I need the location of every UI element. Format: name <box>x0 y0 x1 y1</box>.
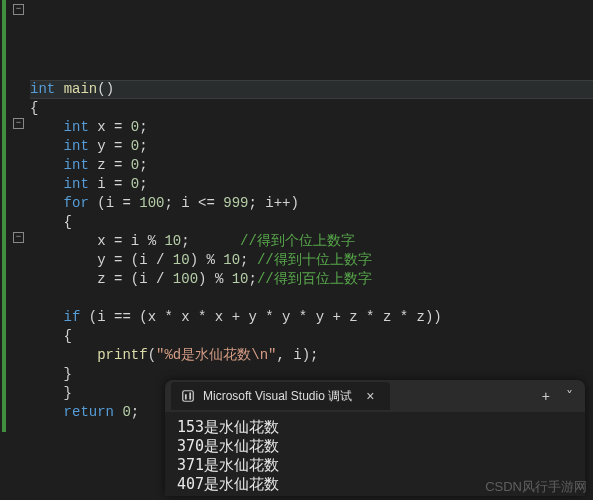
keyword-for: for <box>64 195 89 211</box>
fold-toggle[interactable]: − <box>13 118 24 129</box>
output-line: 371是水仙花数 <box>177 456 279 474</box>
keyword-return: return <box>64 404 114 420</box>
titlebar[interactable]: Microsoft Visual Studio 调试 × + ˅ <box>165 380 585 412</box>
svg-rect-2 <box>189 393 191 400</box>
svg-rect-1 <box>185 394 187 399</box>
tab-title: Microsoft Visual Studio 调试 <box>203 388 352 405</box>
fold-toggle[interactable]: − <box>13 232 24 243</box>
keyword-int: int <box>30 81 55 97</box>
watermark: CSDN风行手游网 <box>485 478 587 496</box>
function-printf: printf <box>97 347 147 363</box>
gutter: − − − <box>0 0 30 500</box>
close-icon[interactable]: × <box>360 386 380 406</box>
console-tab[interactable]: Microsoft Visual Studio 调试 × <box>171 382 390 410</box>
output-line: 153是水仙花数 <box>177 418 279 436</box>
svg-rect-0 <box>183 391 194 402</box>
comment: //得到百位上数字 <box>257 271 372 287</box>
fold-toggle[interactable]: − <box>13 4 24 15</box>
comment: //得到个位上数字 <box>240 233 355 249</box>
output-line: 370是水仙花数 <box>177 437 279 455</box>
new-tab-button[interactable]: + <box>536 386 556 406</box>
tab-overflow-button[interactable]: ˅ <box>560 386 579 406</box>
function-main: main <box>64 81 98 97</box>
string-literal: "%d是水仙花数\n" <box>156 347 276 363</box>
vs-icon <box>181 389 195 403</box>
comment: //得到十位上数字 <box>257 252 372 268</box>
keyword-if: if <box>64 309 81 325</box>
modified-indicator <box>2 0 6 432</box>
output-line: 407是水仙花数 <box>177 475 279 493</box>
